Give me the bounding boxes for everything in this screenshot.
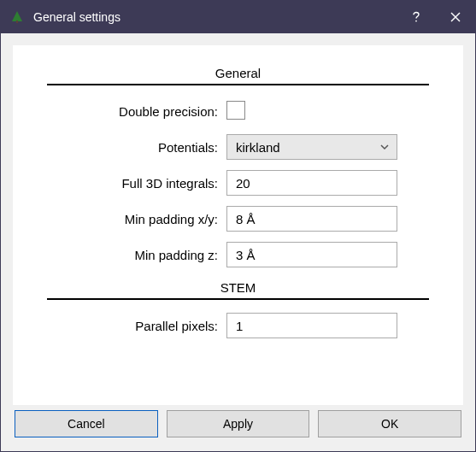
cancel-button[interactable]: Cancel [15,410,158,437]
chevron-down-icon [379,140,390,155]
close-button[interactable] [436,1,475,33]
label-min-pad-z: Min padding z: [47,248,226,262]
label-double-precision: Double precision: [47,104,226,119]
parallel-pixels-value: 1 [236,319,243,333]
label-full3d: Full 3D integrals: [47,176,226,191]
potentials-select[interactable]: kirkland [226,134,397,160]
window-title: General settings [33,10,120,24]
row-full3d: Full 3D integrals: 20 [47,169,429,197]
section-general: General [47,66,429,85]
dialog-window: General settings General Double precisio… [0,0,476,452]
min-pad-z-value: 3 Å [236,248,256,262]
row-min-pad-xy: Min padding x/y: 8 Å [47,205,429,232]
double-precision-checkbox[interactable] [226,101,245,120]
row-min-pad-z: Min padding z: 3 Å [47,241,429,268]
apply-button[interactable]: Apply [167,410,310,437]
button-row: Cancel Apply OK [13,405,463,439]
min-pad-z-input[interactable]: 3 Å [226,242,397,267]
svg-marker-0 [12,11,22,21]
svg-point-2 [415,21,417,22]
content-area: General Double precision: Potentials: ki… [1,33,475,451]
parallel-pixels-input[interactable]: 1 [226,313,397,338]
full3d-input[interactable]: 20 [226,170,397,196]
min-pad-xy-value: 8 Å [236,212,256,226]
help-button[interactable] [397,1,436,33]
row-parallel-pixels: Parallel pixels: 1 [47,312,429,339]
row-potentials: Potentials: kirkland [47,133,429,161]
potentials-value: kirkland [236,140,280,155]
ok-button[interactable]: OK [318,410,461,437]
full3d-value: 20 [236,176,250,191]
app-icon [9,9,25,25]
titlebar: General settings [1,1,475,33]
min-pad-xy-input[interactable]: 8 Å [226,206,397,232]
section-stem: STEM [47,280,429,300]
row-double-precision: Double precision: [47,97,429,125]
label-potentials: Potentials: [47,140,226,155]
label-min-pad-xy: Min padding x/y: [47,212,226,226]
label-parallel-pixels: Parallel pixels: [47,319,226,333]
svg-rect-1 [16,21,18,23]
form-panel: General Double precision: Potentials: ki… [13,45,463,405]
